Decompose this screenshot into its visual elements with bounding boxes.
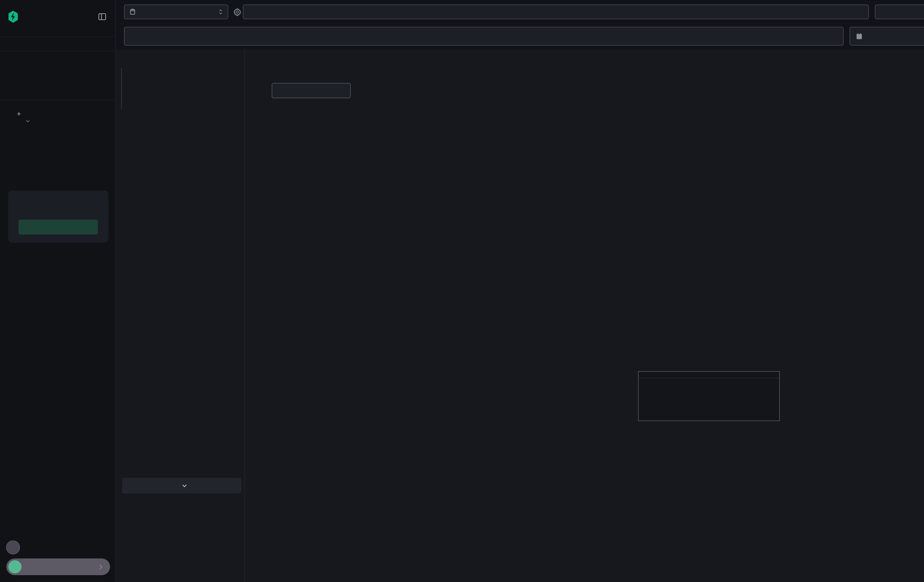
- create-dashboard-button[interactable]: +: [17, 110, 27, 118]
- select-query-input[interactable]: [243, 5, 869, 19]
- date-range-input[interactable]: [850, 27, 924, 46]
- filter-by-selection-button[interactable]: [272, 83, 351, 98]
- search-input[interactable]: [124, 27, 843, 46]
- clickhouse-cloud-promo: [8, 191, 108, 243]
- chevron-right-icon: [98, 564, 104, 570]
- tooltip-inliers: [639, 387, 779, 389]
- hyperdx-app: +: [0, 0, 924, 582]
- hyperdx-logo-icon: [8, 11, 19, 23]
- tooltip-outliers: [639, 382, 779, 387]
- collapse-sidebar-icon[interactable]: [98, 12, 107, 21]
- analysis-mode-rail: [121, 68, 122, 109]
- more-filters-button[interactable]: [122, 478, 241, 493]
- plus-icon: +: [17, 110, 21, 118]
- gear-icon[interactable]: [233, 8, 242, 17]
- tooltip-title: [639, 372, 779, 378]
- local-mode-button[interactable]: [6, 559, 110, 575]
- brand[interactable]: [8, 11, 23, 23]
- calendar-icon: [856, 32, 863, 40]
- tooltip-value: [639, 378, 779, 382]
- order-by-input[interactable]: [875, 5, 924, 19]
- chart-tooltip: [638, 371, 780, 421]
- chevron-down-icon: [25, 119, 30, 124]
- presets-toggle[interactable]: [25, 119, 35, 124]
- chevron-down-icon: [182, 483, 188, 489]
- get-started-button[interactable]: [18, 220, 98, 234]
- help-button[interactable]: [6, 541, 20, 554]
- avatar: [8, 560, 21, 574]
- source-select[interactable]: [124, 5, 228, 19]
- database-icon: [129, 8, 136, 15]
- sidebar: +: [0, 0, 116, 582]
- select-chevrons-icon: [218, 8, 223, 15]
- top-bar: [116, 0, 924, 49]
- filter-panel: [116, 49, 245, 582]
